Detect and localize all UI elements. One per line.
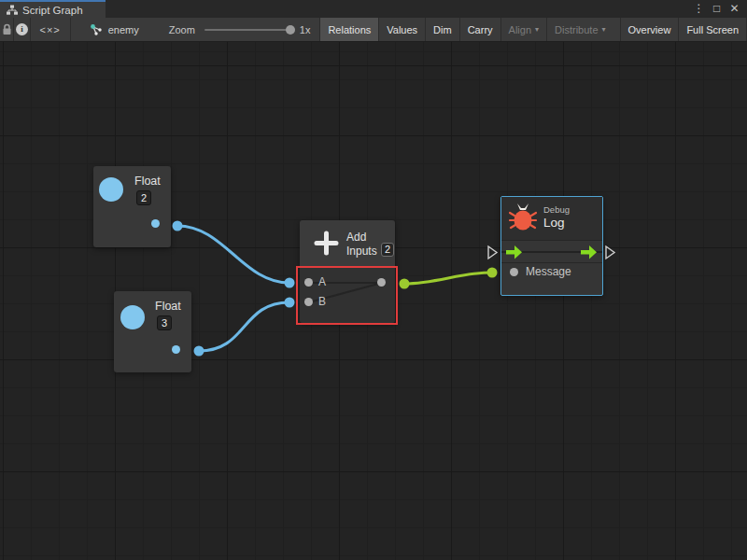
float-node-2[interactable]: Float 3 xyxy=(114,291,191,372)
distribute-button[interactable]: Distribute ▾ xyxy=(546,18,613,41)
graph-name-label: enemy xyxy=(108,24,139,35)
float-2-value-port[interactable] xyxy=(120,305,145,329)
wire-endpoint[interactable] xyxy=(194,346,204,357)
zoom-control: Zoom 1x xyxy=(169,18,311,41)
add-input-b-port[interactable] xyxy=(304,298,313,306)
maximize-icon[interactable]: □ xyxy=(710,2,724,16)
debug-flow-row xyxy=(501,241,602,263)
align-button[interactable]: Align ▾ xyxy=(500,18,546,41)
close-icon[interactable]: ✕ xyxy=(727,2,741,16)
float-2-value-field[interactable]: 3 xyxy=(157,315,172,330)
add-input-a-port[interactable] xyxy=(304,278,313,287)
float-1-title: Float xyxy=(134,175,161,188)
relations-button[interactable]: Relations xyxy=(319,18,378,41)
float-1-value-port[interactable] xyxy=(99,177,123,202)
wire-endpoint[interactable] xyxy=(285,298,295,308)
overview-button[interactable]: Overview xyxy=(620,18,679,41)
carry-button[interactable]: Carry xyxy=(459,18,500,41)
breadcrumb[interactable]: enemy xyxy=(90,18,139,41)
float-2-output-port[interactable] xyxy=(172,345,180,354)
wire-endpoint[interactable] xyxy=(173,221,183,231)
debug-node-header[interactable]: Debug Log xyxy=(501,197,602,241)
bug-icon xyxy=(509,203,537,232)
zoom-value: 1x xyxy=(300,24,311,35)
debug-category-label: Debug xyxy=(543,204,570,215)
info-icon: i xyxy=(16,23,28,35)
chevron-down-icon: ▾ xyxy=(602,25,606,34)
flow-output-triangle-icon[interactable] xyxy=(606,246,614,259)
debug-log-node[interactable]: Debug Log Message xyxy=(500,196,603,296)
add-node-header[interactable]: Add Inputs 2 xyxy=(300,220,395,266)
message-label: Message xyxy=(526,265,571,278)
graph-toolbar: i <×> enemy Zoom 1x Relations Values Dim xyxy=(0,18,747,42)
add-node[interactable]: Add Inputs 2 xyxy=(300,220,395,323)
float-2-title: Float xyxy=(155,300,181,313)
tab-title: Script Graph xyxy=(22,5,83,16)
script-graph-window: Script Graph ⋮ □ ✕ i <×> xyxy=(0,0,747,560)
debug-title-label: Log xyxy=(543,216,565,230)
lock-icon xyxy=(2,23,12,35)
wire-float1-to-add-a[interactable] xyxy=(177,226,289,283)
chevron-down-icon: ▾ xyxy=(535,25,539,34)
flow-input-triangle-icon[interactable] xyxy=(488,246,497,259)
lock-button[interactable] xyxy=(0,18,14,41)
wire-add-to-debug[interactable] xyxy=(404,273,492,284)
add-output-port[interactable] xyxy=(377,278,386,287)
tab-strip: Script Graph ⋮ □ ✕ xyxy=(0,0,747,18)
tab-script-graph[interactable]: Script Graph xyxy=(0,0,106,18)
fullscreen-button[interactable]: Full Screen xyxy=(678,18,747,41)
add-input-a-label: A xyxy=(318,275,326,288)
add-input-b-label: B xyxy=(318,295,326,308)
zoom-slider-track[interactable] xyxy=(204,29,293,31)
code-icon: <×> xyxy=(40,24,61,35)
wire-float2-to-add-b[interactable] xyxy=(199,302,289,351)
graph-asset-icon xyxy=(90,23,103,36)
graph-canvas[interactable]: Float 2 Float 3 Add Inputs 2 xyxy=(0,42,747,560)
float-1-output-port[interactable] xyxy=(151,219,160,228)
window-controls: ⋮ □ ✕ xyxy=(692,0,747,18)
add-inputs-label: Inputs xyxy=(346,245,377,258)
add-inputs-count-field[interactable]: 2 xyxy=(381,243,394,257)
toolbar-buttons: Relations Values Dim Carry Align ▾ Distr… xyxy=(319,18,747,41)
wire-endpoint[interactable] xyxy=(400,279,410,289)
wire-endpoint[interactable] xyxy=(285,278,295,288)
graph-hierarchy-icon xyxy=(7,5,18,16)
zoom-slider-handle[interactable] xyxy=(286,25,295,35)
values-button[interactable]: Values xyxy=(378,18,425,41)
window-menu-icon[interactable]: ⋮ xyxy=(692,2,706,16)
float-node-1[interactable]: Float 2 xyxy=(93,166,171,247)
info-button[interactable]: i xyxy=(14,18,30,41)
add-node-body xyxy=(300,266,395,323)
add-node-title: Add xyxy=(346,231,366,244)
code-view-button[interactable]: <×> xyxy=(31,18,71,41)
float-1-value-field[interactable]: 2 xyxy=(136,190,151,205)
message-input-port[interactable] xyxy=(510,268,518,276)
dim-button[interactable]: Dim xyxy=(425,18,459,41)
plus-icon xyxy=(314,231,339,256)
zoom-label: Zoom xyxy=(169,24,195,35)
wire-endpoint[interactable] xyxy=(487,268,498,278)
